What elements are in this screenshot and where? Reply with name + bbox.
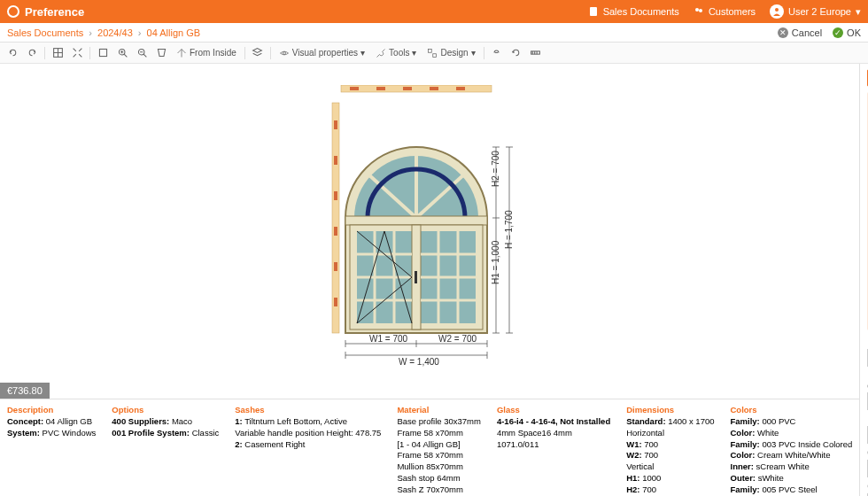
svg-rect-49 xyxy=(415,271,417,283)
svg-rect-5 xyxy=(99,49,106,56)
cancel-button[interactable]: ✕Cancel xyxy=(778,27,822,38)
svg-rect-24 xyxy=(334,298,337,306)
properties-panel: Model Elements Main Dimensions Profiles … xyxy=(859,64,868,496)
grid-button[interactable] xyxy=(50,46,65,60)
view-icon xyxy=(176,48,187,58)
svg-rect-22 xyxy=(334,227,337,236)
brand-logo-icon xyxy=(7,5,19,18)
people-icon xyxy=(694,6,704,17)
layers-button[interactable] xyxy=(251,46,265,60)
expand-button[interactable] xyxy=(70,46,84,60)
ok-button[interactable]: ✓OK xyxy=(833,27,861,38)
svg-rect-0 xyxy=(590,7,597,16)
drawing-canvas[interactable]: W1 = 700 W2 = 700 W = 1,400 H2 = 700 H1 … xyxy=(0,64,859,399)
dim-h1: H1 = 1,000 xyxy=(491,240,500,284)
svg-rect-10 xyxy=(433,53,437,57)
svg-rect-30 xyxy=(345,216,487,225)
zoom-fit-button[interactable] xyxy=(96,46,110,60)
nav-customers[interactable]: Customers xyxy=(694,6,756,17)
subbar: Sales Documents › 2024/43 › 04 Allign GB… xyxy=(0,23,868,43)
visual-properties-menu[interactable]: Visual properties ▾ xyxy=(276,48,368,58)
dim-h: H = 1,700 xyxy=(504,210,514,249)
svg-rect-23 xyxy=(334,262,337,271)
svg-rect-21 xyxy=(334,191,337,200)
brand: Preference xyxy=(7,5,84,19)
avatar-icon xyxy=(770,4,784,19)
price-tag: €736.80 xyxy=(0,383,50,399)
eye-icon xyxy=(279,48,290,58)
breadcrumb-doc[interactable]: 2024/43 xyxy=(97,27,133,38)
spec-options: Options 400 Suppliers: Maco 001 Profile … xyxy=(112,405,219,491)
nav-sales-documents[interactable]: Sales Documents xyxy=(588,6,679,17)
window-drawing: W1 = 700 W2 = 700 W = 1,400 H2 = 700 H1 … xyxy=(314,85,545,377)
svg-rect-16 xyxy=(430,87,438,90)
spec-description: Description Concept: 04 Allign GB System… xyxy=(7,405,96,491)
chevron-down-icon: ▾ xyxy=(471,48,476,58)
spec-material: Material Base profile 30x37mm Frame 58 x… xyxy=(397,405,481,491)
breadcrumb-root[interactable]: Sales Documents xyxy=(7,27,83,38)
svg-point-8 xyxy=(283,51,285,54)
dim-w1: W1 = 700 xyxy=(369,334,408,344)
toolbar: From Inside Visual properties ▾ Tools ▾ … xyxy=(0,43,868,64)
close-icon: ✕ xyxy=(778,27,788,38)
brand-name: Preference xyxy=(25,5,84,19)
check-icon: ✓ xyxy=(833,27,843,38)
breadcrumb-item[interactable]: 04 Allign GB xyxy=(147,27,201,38)
wrench-icon xyxy=(376,48,386,58)
undo-button[interactable] xyxy=(5,46,19,60)
nav-sales-label: Sales Documents xyxy=(603,6,679,17)
nav-customers-label: Customers xyxy=(709,6,756,17)
svg-rect-14 xyxy=(376,87,385,90)
measure-button[interactable] xyxy=(529,46,543,60)
svg-point-3 xyxy=(775,8,779,12)
zoom-in-button[interactable] xyxy=(115,46,129,60)
svg-rect-13 xyxy=(350,87,359,90)
redo-button[interactable] xyxy=(25,46,39,60)
refresh-button[interactable] xyxy=(509,46,523,60)
svg-rect-17 xyxy=(456,87,465,90)
dim-h2: H2 = 700 xyxy=(491,151,500,187)
spec-sashes: Sashes 1: Tiltnturn Left Bottom, Active … xyxy=(235,405,381,491)
svg-point-1 xyxy=(695,8,699,12)
chevron-down-icon: ▾ xyxy=(412,48,416,58)
nav-user[interactable]: User 2 Europe ▾ xyxy=(770,4,861,19)
nav-user-label: User 2 Europe xyxy=(788,6,851,17)
document-icon xyxy=(588,6,599,17)
svg-rect-12 xyxy=(341,85,492,92)
dim-w: W = 1,400 xyxy=(399,357,439,367)
svg-point-2 xyxy=(699,9,702,12)
spec-dimensions: Dimensions Standard: 1400 x 1700 Horizon… xyxy=(626,405,714,491)
svg-rect-19 xyxy=(334,120,337,129)
design-menu[interactable]: Design ▾ xyxy=(424,48,477,58)
tools-menu[interactable]: Tools ▾ xyxy=(373,48,419,58)
spec-colors: Colors Family: 000 PVC Color: White Fami… xyxy=(731,405,853,491)
chevron-down-icon: ▾ xyxy=(360,48,365,58)
from-inside-button[interactable]: From Inside xyxy=(174,48,239,58)
spec-glass: Glass 4-16-i4 - 4-16-4, Not Installed 4m… xyxy=(497,405,610,491)
breadcrumb: Sales Documents › 2024/43 › 04 Allign GB xyxy=(7,27,200,38)
app-header: Preference Sales Documents Customers Use… xyxy=(0,0,868,23)
svg-rect-15 xyxy=(403,87,412,90)
design-icon xyxy=(427,48,438,58)
perspective-button[interactable] xyxy=(154,46,168,60)
svg-rect-9 xyxy=(429,49,432,52)
svg-rect-20 xyxy=(334,156,337,165)
specs-panel: Description Concept: 04 Allign GB System… xyxy=(0,399,859,496)
zoom-out-button[interactable] xyxy=(135,46,149,60)
chevron-down-icon: ▾ xyxy=(856,6,861,18)
link-button[interactable] xyxy=(490,46,504,60)
dim-w2: W2 = 700 xyxy=(438,334,477,344)
